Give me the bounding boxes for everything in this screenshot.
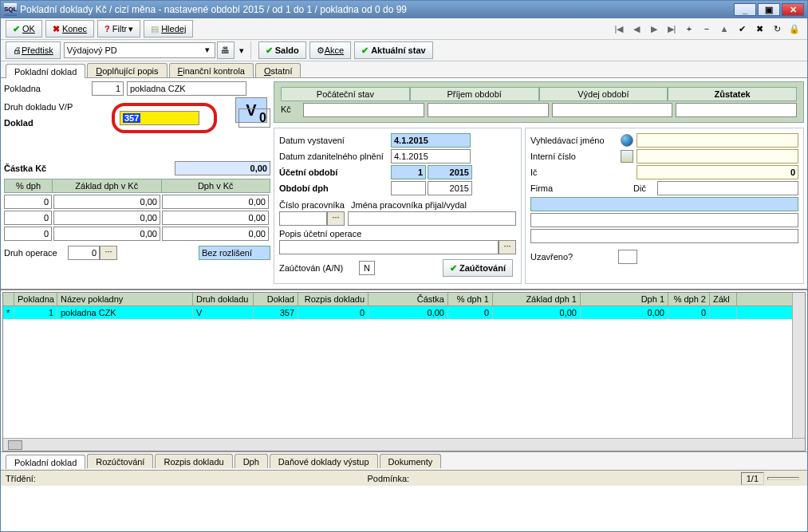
popis-input[interactable]: [279, 240, 499, 254]
maximize-button[interactable]: ▣: [758, 3, 780, 16]
dph-r2c1[interactable]: 0: [4, 211, 52, 225]
ob-dph-y[interactable]: 2015: [428, 181, 472, 195]
predtisk-button[interactable]: 🖨 Předtisk: [6, 41, 61, 59]
left-panel: Pokladna 1 pokladna CZK Druh dokladu V/P…: [4, 81, 270, 284]
gh-dph1p[interactable]: % dph 1: [448, 293, 493, 305]
btab-danove[interactable]: Daňové doklady výstup: [270, 454, 378, 468]
jmena-label: Jména pracovníka přijal/vydal: [351, 200, 467, 210]
firma-input[interactable]: [530, 197, 798, 211]
int-input[interactable]: [637, 149, 798, 164]
doklad-input[interactable]: 357: [120, 111, 199, 125]
nav-last-icon[interactable]: ▶|: [664, 20, 680, 37]
gh-dph2p[interactable]: % dph 2: [668, 293, 710, 305]
gr-rozpis: 0: [298, 306, 369, 319]
firma-line3[interactable]: [530, 229, 798, 243]
dat-zdan-input[interactable]: 4.1.2015: [391, 149, 471, 164]
tab-doplnujici-popis[interactable]: Doplňující popis: [87, 63, 167, 77]
uc-ob-y[interactable]: 2015: [428, 165, 472, 179]
zauc-value[interactable]: N: [359, 261, 375, 275]
gr-doklad: 357: [254, 306, 298, 319]
print-icon[interactable]: 🖶: [217, 41, 235, 59]
dic-input[interactable]: [657, 181, 798, 195]
cislo-prac-input[interactable]: [279, 211, 327, 226]
grid-vscroll[interactable]: [792, 293, 805, 438]
map-icon[interactable]: [621, 150, 633, 163]
saldo-button[interactable]: Saldo: [258, 41, 306, 59]
jmena-input[interactable]: [348, 211, 516, 226]
nav-prev-icon[interactable]: ◀: [629, 20, 644, 37]
vyh-input[interactable]: [637, 133, 798, 148]
nav-add-icon[interactable]: +: [681, 20, 697, 37]
tab-ostatni[interactable]: Ostatní: [255, 63, 301, 77]
nav-first-icon[interactable]: |◀: [611, 20, 627, 37]
nav-remove-icon[interactable]: −: [699, 20, 715, 37]
ob-dph-m[interactable]: [391, 181, 426, 195]
minimize-button[interactable]: _: [734, 3, 756, 16]
grid-hscroll[interactable]: [3, 438, 805, 451]
hledej-button[interactable]: Hledej: [144, 20, 193, 37]
toolbar-secondary: 🖨 Předtisk Výdajový PD 🖶 ▾ Saldo ⚙ Akce …: [1, 40, 807, 61]
ic-input[interactable]: 0: [637, 165, 798, 179]
cislo-prac-lookup[interactable]: ···: [327, 211, 345, 226]
gh-zd1[interactable]: Základ dph 1: [493, 293, 581, 305]
btab-pokladni[interactable]: Pokladní doklad: [6, 455, 85, 469]
gh-castka[interactable]: Částka: [369, 293, 448, 305]
dat-zdan-label: Datum zdanitelného plnění: [279, 152, 391, 161]
dph-r3c2[interactable]: 0,00: [53, 227, 160, 241]
records-grid[interactable]: Pokladna Název pokladny Druh dokladu Dok…: [2, 292, 806, 451]
gh-pokladna[interactable]: Pokladna: [14, 293, 57, 305]
doc-type-select[interactable]: Výdajový PD: [64, 42, 215, 58]
close-button[interactable]: ✕: [782, 3, 804, 16]
uzav-input[interactable]: [618, 250, 637, 264]
btab-rozpis[interactable]: Rozpis dokladu: [155, 454, 232, 468]
dph-r1c3[interactable]: 0,00: [162, 195, 269, 209]
tab-financni-kontrola[interactable]: Finanční kontrola: [169, 63, 254, 77]
ob-dph-label: Období dph: [279, 183, 391, 193]
btab-rozuctovani[interactable]: Rozúčtování: [87, 454, 153, 468]
dph-r3c1[interactable]: 0: [4, 227, 52, 241]
bal-h3: Výdej období: [539, 87, 668, 101]
dat-vyst-input[interactable]: 4.1.2015: [391, 133, 471, 148]
druh-operace-lookup[interactable]: ···: [100, 246, 117, 260]
pokladna-name[interactable]: pokladna CZK: [127, 81, 246, 96]
gh-druh[interactable]: Druh dokladu: [193, 293, 254, 305]
grid-row[interactable]: * 1 pokladna CZK V 357 0 0,00 0 0,00 0,0…: [3, 306, 805, 319]
gh-dph1[interactable]: Dph 1: [581, 293, 668, 305]
akce-button[interactable]: ⚙ Akce: [309, 41, 351, 59]
dph-r1c2[interactable]: 0,00: [53, 195, 160, 209]
aktualni-stav-button[interactable]: Aktuální stav: [354, 41, 432, 59]
pokladna-number[interactable]: 1: [92, 81, 124, 96]
dph-r2c3[interactable]: 0,00: [162, 211, 269, 225]
nav-edit-icon[interactable]: ▲: [716, 20, 732, 37]
dph-r3c3[interactable]: 0,00: [162, 227, 269, 241]
ok-button[interactable]: OK: [6, 20, 42, 37]
gr-castka: 0,00: [369, 306, 448, 319]
konec-button[interactable]: Konec: [45, 20, 94, 37]
print-dropdown-icon[interactable]: ▾: [236, 41, 247, 59]
druh-operace-num[interactable]: 0: [68, 246, 100, 260]
zauctovani-button[interactable]: Zaúčtování: [443, 259, 513, 277]
gh-doklad[interactable]: Doklad: [254, 293, 298, 305]
dph-r2c2[interactable]: 0,00: [53, 211, 160, 225]
nav-cancel-icon[interactable]: ✖: [751, 20, 767, 37]
globe-icon[interactable]: [621, 134, 633, 147]
druh-operace-select[interactable]: Bez rozlišení: [199, 246, 270, 260]
druh-operace-label: Druh operace: [4, 248, 68, 258]
gh-nazev[interactable]: Název pokladny: [57, 293, 193, 305]
btab-dokumenty[interactable]: Dokumenty: [380, 454, 442, 468]
gh-rozpis[interactable]: Rozpis dokladu: [298, 293, 369, 305]
nav-lock-icon[interactable]: 🔒: [786, 20, 802, 37]
popis-lookup[interactable]: ···: [499, 240, 516, 254]
dph-r1c1[interactable]: 0: [4, 195, 52, 209]
btab-dph[interactable]: Dph: [235, 454, 268, 468]
uc-ob-m[interactable]: 1: [391, 165, 426, 179]
nav-confirm-icon[interactable]: ✔: [734, 20, 750, 37]
druh-0-field[interactable]: 0: [238, 108, 270, 128]
firma-line2[interactable]: [530, 213, 798, 227]
gh-zk2[interactable]: Zákl: [710, 293, 737, 305]
nav-refresh-icon[interactable]: ↻: [769, 20, 785, 37]
tab-pokladni-doklad[interactable]: Pokladní doklad: [6, 64, 85, 78]
filtr-button[interactable]: Filtr▾: [97, 20, 140, 37]
castka-value[interactable]: 0,00: [175, 161, 270, 175]
nav-next-icon[interactable]: ▶: [646, 20, 662, 37]
